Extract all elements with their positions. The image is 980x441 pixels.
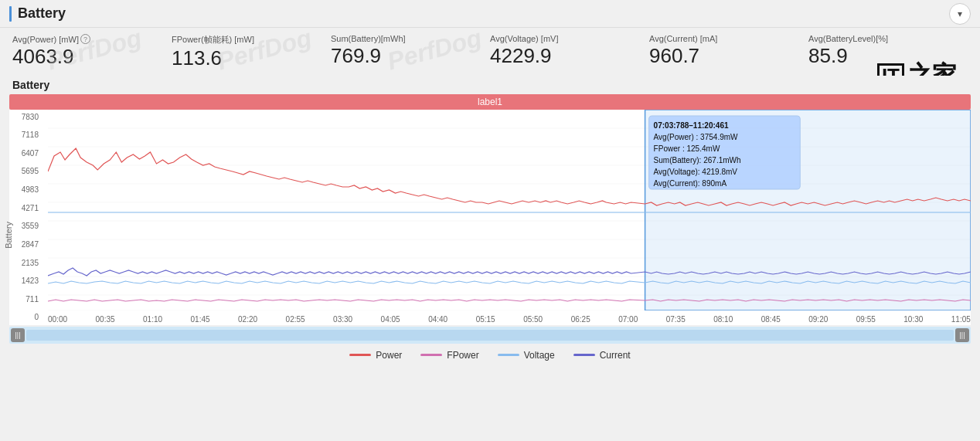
stat-label-4: Avg(Current) [mA]	[649, 34, 717, 43]
header-left: Battery	[9, 5, 66, 22]
scrollbar-left-thumb[interactable]: |||	[11, 328, 25, 342]
stat-label-2: Sum(Battery)[mWh]	[331, 34, 406, 43]
x-label-0625: 06:25	[571, 315, 590, 324]
legend-label-current: Current	[600, 350, 631, 361]
legend-item-voltage: Voltage	[498, 350, 555, 361]
chart-title: Battery	[6, 76, 974, 94]
page-title: Battery	[18, 5, 66, 22]
x-label-0550: 05:50	[523, 315, 543, 324]
stat-value-1: 113.6	[172, 47, 331, 70]
chart-canvas[interactable]: 07:03:788–11:20:461 Avg(Power) : 3754.9m…	[48, 110, 971, 325]
y-label-0: 0	[11, 313, 39, 321]
svg-text:Avg(Current): 890mA: Avg(Current): 890mA	[654, 179, 727, 188]
x-axis: 00:00 00:35 01:10 01:45 02:20 02:55 03:3…	[48, 314, 971, 325]
x-label-0920: 09:20	[808, 315, 828, 324]
stat-label-3: Avg(Voltage) [mV]	[490, 34, 558, 43]
x-label-1030: 10:30	[903, 315, 923, 324]
stat-avg-voltage: Avg(Voltage) [mV] 4229.9	[490, 34, 649, 67]
x-label-0515: 05:15	[476, 315, 495, 324]
label-bar: label1	[9, 94, 971, 110]
x-label-0035: 00:35	[96, 315, 115, 324]
x-label-1105: 11:05	[951, 315, 971, 324]
stat-avg-current: Avg(Current) [mA] 960.7	[649, 34, 808, 67]
legend-label-fpower: FPower	[447, 350, 478, 361]
svg-text:FPower       : 125.4mW: FPower : 125.4mW	[654, 144, 720, 153]
stat-label-0: Avg(Power) [mW]	[12, 35, 79, 44]
x-label-0110: 01:10	[143, 315, 162, 324]
legend-label-power: Power	[376, 350, 402, 361]
svg-text:Avg(Power) : 3754.9mW: Avg(Power) : 3754.9mW	[654, 133, 738, 141]
chart-svg: 07:03:788–11:20:461 Avg(Power) : 3754.9m…	[48, 110, 971, 310]
y-label-2135: 2135	[11, 259, 39, 267]
y-axis-container: Battery 7830 7118 6407 5695 4983 4271 35…	[9, 110, 48, 325]
chart-section: Battery label1 Battery 7830 7118 6407 56…	[0, 76, 980, 344]
x-label-0810: 08:10	[713, 315, 733, 324]
legend: Power FPower Voltage Current	[0, 345, 980, 364]
scrollbar-row[interactable]: ||| |||	[9, 327, 971, 344]
legend-label-voltage: Voltage	[524, 350, 555, 361]
x-label-0700: 07:00	[618, 315, 638, 324]
tooltip-group: 07:03:788–11:20:461 Avg(Power) : 3754.9m…	[649, 116, 801, 189]
legend-item-power: Power	[349, 350, 402, 361]
x-label-0735: 07:35	[666, 315, 686, 324]
chevron-down-icon: ▾	[958, 8, 962, 19]
legend-line-voltage	[498, 354, 519, 356]
svg-text:Sum(Battery): 267.1mWh: Sum(Battery): 267.1mWh	[654, 156, 741, 165]
main-container: Battery ▾ PerfDog PerfDog PerfDog Avg(Po…	[0, 0, 980, 441]
info-icon-0[interactable]: ?	[80, 34, 90, 44]
legend-line-power	[349, 354, 371, 356]
legend-item-current: Current	[573, 350, 631, 361]
stat-label-1: FPower(帧能耗) [mW]	[172, 34, 254, 46]
y-label-6407: 6407	[11, 149, 39, 158]
chart-outer: label1 Battery 7830 7118 6407 5695 4983 …	[9, 94, 971, 344]
header-accent	[9, 6, 12, 22]
x-label-0000: 00:00	[48, 315, 67, 324]
stat-value-3: 4229.9	[490, 45, 649, 67]
x-label-0440: 04:40	[428, 315, 447, 324]
stat-value-4: 960.7	[649, 45, 808, 67]
dropdown-button[interactable]: ▾	[949, 3, 971, 25]
y-label-711: 711	[11, 295, 39, 304]
x-label-0845: 08:45	[761, 315, 781, 324]
x-label-0145: 01:45	[191, 315, 210, 324]
x-label-0405: 04:05	[381, 315, 400, 324]
stat-avg-power: Avg(Power) [mW] ? 4063.9	[12, 34, 172, 68]
x-label-0330: 03:30	[333, 315, 352, 324]
legend-item-fpower: FPower	[420, 350, 478, 361]
scrollbar-right-thumb[interactable]: |||	[955, 328, 969, 342]
scrollbar-track[interactable]	[26, 330, 954, 341]
y-label-7118: 7118	[11, 131, 39, 139]
legend-line-current	[573, 354, 595, 356]
x-label-0255: 02:55	[286, 315, 305, 324]
svg-text:Avg(Voltage): 4219.8mV: Avg(Voltage): 4219.8mV	[654, 168, 738, 176]
x-label-0220: 02:20	[238, 315, 257, 324]
y-label-5695: 5695	[11, 167, 39, 175]
y-label-7830: 7830	[11, 113, 39, 121]
stat-sum-battery: Sum(Battery)[mWh] 769.9	[331, 34, 490, 67]
stat-value-2: 769.9	[331, 45, 490, 67]
y-label-4271: 4271	[11, 204, 39, 212]
stat-value-0: 4063.9	[12, 46, 172, 68]
y-label-1423: 1423	[11, 276, 39, 285]
stat-fpower: FPower(帧能耗) [mW] 113.6	[172, 34, 331, 70]
y-label-2847: 2847	[11, 240, 39, 249]
y-label-3559: 3559	[11, 222, 39, 230]
legend-line-fpower	[420, 354, 442, 356]
y-label-4983: 4983	[11, 185, 39, 194]
stat-label-5: Avg(BatteryLevel)[%]	[808, 34, 888, 43]
svg-text:07:03:788–11:20:461: 07:03:788–11:20:461	[654, 121, 729, 130]
stats-row: PerfDog PerfDog PerfDog Avg(Power) [mW] …	[0, 28, 980, 76]
header: Battery ▾	[0, 0, 980, 28]
x-label-0955: 09:55	[856, 315, 876, 324]
y-axis: 7830 7118 6407 5695 4983 4271 3559 2847 …	[9, 110, 40, 325]
